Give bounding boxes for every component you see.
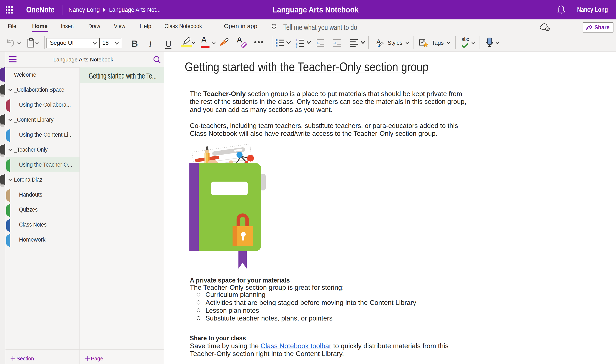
svg-text:3: 3 bbox=[296, 44, 298, 48]
